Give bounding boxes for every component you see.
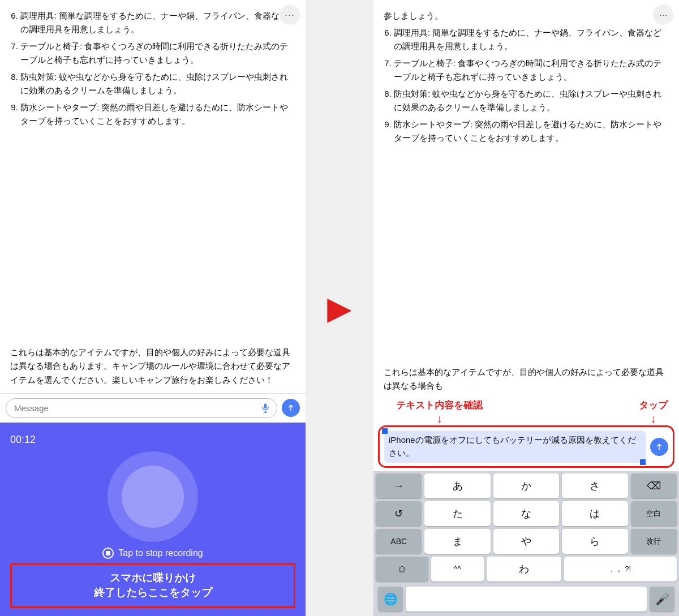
right-panel: ··· 参しましょう。 調理用具: 簡単な調理をするために、ナーや鍋、フライパン… [373,0,679,616]
input-area-right: iPhoneの電源をオフにしてもバッテリーが減る原因を教えてください。 [384,430,646,463]
list-item: テーブルと椅子: 食事やくつろぎの時間に利用できる折りたたみ式のテーブルと椅子も… [394,57,669,84]
message-bar-right: iPhoneの電源をオフにしてもバッテリーが減る原因を教えてください。 [378,425,674,468]
key-ra[interactable]: ら [562,529,628,554]
left-list: 調理用具: 簡単な調理をするために、ナーや鍋、フライパン、食器などの調理用具を用… [10,9,295,128]
key-delete[interactable]: ⌫ [631,473,677,498]
message-input-left[interactable] [6,398,277,418]
list-item: 調理用具: 簡単な調理をするために、ナーや鍋、フライパン、食器などの調理用具を用… [20,9,295,36]
more-options-button-left[interactable]: ··· [280,5,300,25]
message-input-right[interactable]: iPhoneの電源をオフにしてもバッテリーが減る原因を教えてください。 [384,430,646,463]
key-space[interactable]: 空白 [631,501,677,526]
key-arrow[interactable]: → [376,473,422,498]
annotation-text-left: スマホに喋りかけ終了したらここをタップ [20,571,286,601]
annotation-box-left[interactable]: スマホに喋りかけ終了したらここをタップ [10,563,295,608]
key-globe[interactable]: 🌐 [378,587,403,611]
key-na[interactable]: な [493,501,559,526]
key-ta[interactable]: た [424,501,490,526]
send-button-left[interactable] [282,399,300,417]
key-emoji[interactable]: ☺ [376,557,428,581]
keyboard-bottom-row: 🌐 🎤 [376,584,677,614]
key-mic[interactable]: 🎤 [650,587,674,611]
list-item: 防虫対策: 蚊や虫などから身を守るために、虫除けスプレーや虫刺されに効果のあるク… [394,87,669,114]
left-panel: ··· 調理用具: 簡単な調理をするために、ナーや鍋、フライパン、食器などの調理… [0,0,306,616]
recording-timer: 00:12 [10,434,36,446]
recording-inner-circle [122,466,184,528]
tap-to-stop-row: Tap to stop recording [10,548,295,559]
list-item: 防水シートやターブ: 突然の雨や日差しを避けるために、防水シートやターブを持って… [394,118,669,145]
mic-icon-inside [259,402,272,414]
annotation-tap-label: タップ [639,399,668,412]
list-item: 防水シートやターブ: 突然の雨や日差しを避けるために、防水シートやターブを持って… [20,101,295,128]
key-ya[interactable]: や [493,529,559,554]
keyboard-row-3: ABC ま や ら 改行 [376,529,677,554]
list-item: テーブルと椅子: 食事やくつろぎの時間に利用できる折りたたみ式のテーブルと椅子も… [20,40,295,67]
right-summary-text: これらは基本的なアイテムですが、目的や個人の好みによって必要な道具は異なる場合も [373,361,679,399]
list-item: 調理用具: 簡単な調理をするために、ナーや鍋、フライパン、食器などの調理用具を用… [394,26,669,53]
key-ma[interactable]: ま [424,529,490,554]
message-input-wrapper [6,398,277,418]
more-options-button-right[interactable]: ··· [653,5,673,25]
key-undo[interactable]: ↺ [376,501,422,526]
annotation-labels-row: テキスト内容を確認 ↓ タップ ↓ [373,399,679,425]
key-enter[interactable]: 改行 [631,529,677,554]
right-list: 調理用具: 簡単な調理をするために、ナーや鍋、フライパン、食器などの調理用具を用… [384,26,669,145]
annotation-text-label-wrapper: テキスト内容を確認 ↓ [396,399,483,425]
dot-indicator-top-left [382,428,388,434]
left-content-area: ··· 調理用具: 簡単な調理をするために、ナーや鍋、フライパン、食器などの調理… [0,0,306,341]
key-punctuation[interactable]: 、。?! [564,557,677,581]
tap-to-stop-label[interactable]: Tap to stop recording [118,548,203,558]
message-bar-left [0,393,306,423]
right-content-area: ··· 参しましょう。 調理用具: 簡単な調理をするために、ナーや鍋、フライパン… [373,0,679,361]
keyboard-row-2: ↺ た な は 空白 [376,501,677,526]
key-ka[interactable]: か [493,473,559,498]
recording-outer-circle [108,451,198,542]
keyboard-row-4: ☺ ^^ わ 、。?! [376,557,677,581]
recording-circle-wrapper [10,451,295,542]
key-wa[interactable]: わ [487,557,562,581]
svg-rect-0 [264,404,267,409]
key-abc[interactable]: ABC [376,529,422,554]
right-arrow-icon: ► [319,288,359,329]
key-caps[interactable]: ^^ [431,557,484,581]
keyboard: → あ か さ ⌫ ↺ た な は 空白 ABC ま や ら 改行 ☺ ^^ わ… [373,471,679,616]
arrow-section: ► [306,0,373,616]
stop-icon-inner [106,551,110,555]
dot-indicator-bottom-right [640,459,646,465]
recording-area: 00:12 Tap to stop recording スマホに喋りかけ終了した… [0,423,306,616]
key-ha[interactable]: は [562,501,628,526]
key-sa[interactable]: さ [562,473,628,498]
send-button-right[interactable] [650,438,668,456]
annotation-text-label: テキスト内容を確認 [396,399,483,412]
key-spacebar[interactable] [406,587,647,611]
left-summary-text: これらは基本的なアイテムですが、目的や個人の好みによって必要な道具は異なる場合も… [0,341,306,393]
annotation-tap-label-wrapper: タップ ↓ [639,399,668,425]
annotation-down-arrow-left: ↓ [437,412,442,425]
right-intro: 参しましょう。 [384,9,669,23]
key-a[interactable]: あ [424,473,490,498]
annotation-down-arrow-right: ↓ [651,412,656,425]
list-item: 防虫対策: 蚊や虫などから身を守るために、虫除けスプレーや虫刺されに効果のあるク… [20,70,295,97]
keyboard-row-1: → あ か さ ⌫ [376,473,677,498]
stop-icon [102,548,114,559]
